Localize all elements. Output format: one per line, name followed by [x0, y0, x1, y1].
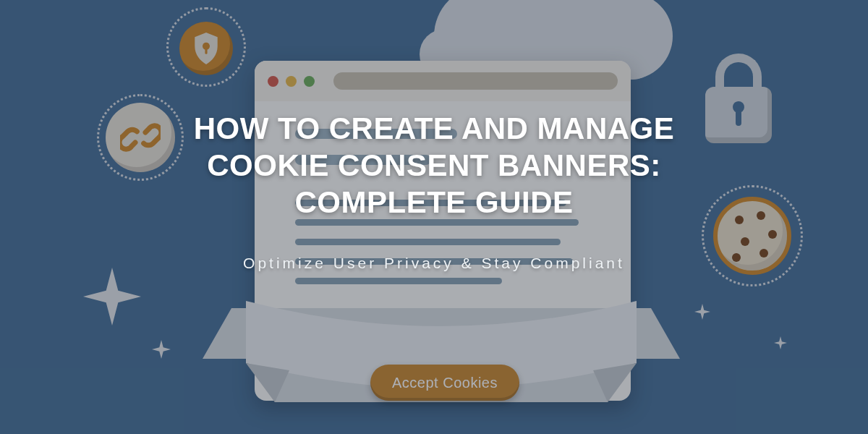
- traffic-light-close-icon: [268, 76, 278, 87]
- content-line: [295, 155, 431, 165]
- url-bar-placeholder: [333, 72, 618, 90]
- traffic-light-min-icon: [286, 76, 297, 87]
- browser-window-illustration: [255, 61, 631, 401]
- content-line: [295, 129, 457, 139]
- content-line: [295, 219, 579, 226]
- content-line: [295, 258, 573, 265]
- accept-cookies-button[interactable]: Accept Cookies: [370, 365, 519, 401]
- cookie-icon: [713, 197, 791, 275]
- sparkle-icon: [694, 304, 710, 320]
- svg-rect-1: [205, 48, 207, 54]
- hero-stage: Accept Cookies HOW TO CREATE AND MANAGE …: [0, 0, 868, 434]
- content-line: [295, 239, 561, 245]
- traffic-light-max-icon: [304, 76, 315, 87]
- shield-icon: [179, 22, 233, 75]
- content-line: [295, 200, 566, 206]
- chain-link-icon: [106, 103, 175, 172]
- content-line: [295, 278, 502, 284]
- sparkle-icon: [774, 336, 787, 349]
- lock-icon: [705, 87, 772, 143]
- browser-page-body: [255, 101, 631, 325]
- browser-titlebar: [255, 61, 631, 101]
- sparkle-icon: [83, 268, 141, 326]
- sparkle-icon: [152, 340, 171, 359]
